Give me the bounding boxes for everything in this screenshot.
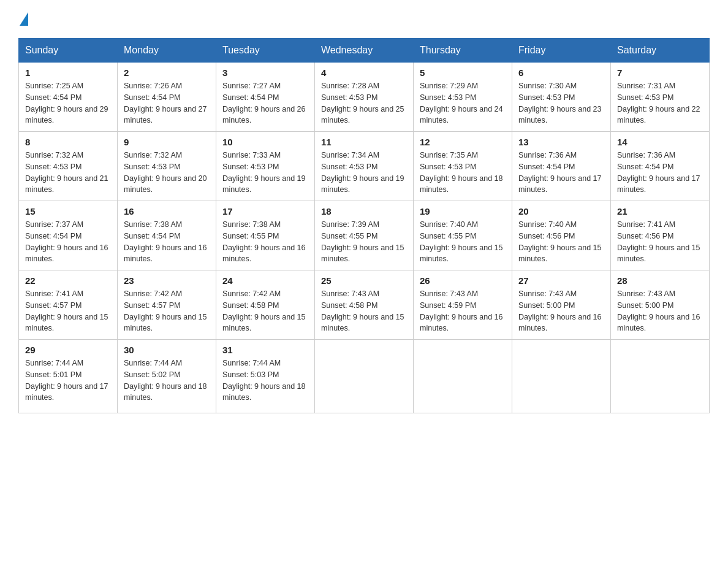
calendar-cell: 11 Sunrise: 7:34 AMSunset: 4:53 PMDaylig… <box>315 132 414 201</box>
day-number: 7 <box>617 67 703 78</box>
calendar-cell <box>315 340 414 413</box>
day-info: Sunrise: 7:30 AMSunset: 4:53 PMDaylight:… <box>518 80 604 126</box>
day-info: Sunrise: 7:44 AMSunset: 5:01 PMDaylight:… <box>25 358 111 404</box>
day-number: 20 <box>518 206 604 216</box>
day-info: Sunrise: 7:32 AMSunset: 4:53 PMDaylight:… <box>25 150 111 196</box>
day-number: 22 <box>25 275 111 286</box>
calendar-cell: 3 Sunrise: 7:27 AMSunset: 4:54 PMDayligh… <box>216 63 315 132</box>
day-number: 13 <box>518 137 604 147</box>
day-number: 15 <box>25 206 111 216</box>
calendar-cell: 23 Sunrise: 7:42 AMSunset: 4:57 PMDaylig… <box>118 270 216 340</box>
day-info: Sunrise: 7:34 AMSunset: 4:53 PMDaylight:… <box>321 150 407 196</box>
day-number: 11 <box>321 137 407 147</box>
day-number: 10 <box>222 137 308 147</box>
day-number: 2 <box>124 67 210 78</box>
day-info: Sunrise: 7:26 AMSunset: 4:54 PMDaylight:… <box>124 80 210 126</box>
day-number: 8 <box>25 137 111 147</box>
page-header <box>18 12 710 27</box>
day-info: Sunrise: 7:35 AMSunset: 4:53 PMDaylight:… <box>420 150 506 196</box>
calendar-header-row: SundayMondayTuesdayWednesdayThursdayFrid… <box>19 39 710 63</box>
day-info: Sunrise: 7:28 AMSunset: 4:53 PMDaylight:… <box>321 80 407 126</box>
day-info: Sunrise: 7:40 AMSunset: 4:55 PMDaylight:… <box>420 219 506 265</box>
day-info: Sunrise: 7:31 AMSunset: 4:53 PMDaylight:… <box>617 80 703 126</box>
day-info: Sunrise: 7:44 AMSunset: 5:03 PMDaylight:… <box>222 358 308 404</box>
day-info: Sunrise: 7:25 AMSunset: 4:54 PMDaylight:… <box>25 80 111 126</box>
day-number: 6 <box>518 67 604 78</box>
calendar-cell: 16 Sunrise: 7:38 AMSunset: 4:54 PMDaylig… <box>118 201 216 270</box>
day-info: Sunrise: 7:39 AMSunset: 4:55 PMDaylight:… <box>321 219 407 265</box>
day-info: Sunrise: 7:41 AMSunset: 4:56 PMDaylight:… <box>617 219 703 265</box>
logo-triangle-icon <box>20 12 28 26</box>
week-row-1: 1 Sunrise: 7:25 AMSunset: 4:54 PMDayligh… <box>19 63 710 132</box>
day-info: Sunrise: 7:43 AMSunset: 4:59 PMDaylight:… <box>420 288 506 334</box>
calendar-cell: 29 Sunrise: 7:44 AMSunset: 5:01 PMDaylig… <box>19 340 118 413</box>
calendar-cell: 5 Sunrise: 7:29 AMSunset: 4:53 PMDayligh… <box>414 63 512 132</box>
calendar-cell: 13 Sunrise: 7:36 AMSunset: 4:54 PMDaylig… <box>512 132 611 201</box>
day-number: 28 <box>617 275 703 286</box>
calendar-cell: 25 Sunrise: 7:43 AMSunset: 4:58 PMDaylig… <box>315 270 414 340</box>
day-info: Sunrise: 7:43 AMSunset: 5:00 PMDaylight:… <box>518 288 604 334</box>
calendar-cell: 6 Sunrise: 7:30 AMSunset: 4:53 PMDayligh… <box>512 63 611 132</box>
day-number: 25 <box>321 275 407 286</box>
calendar-cell: 28 Sunrise: 7:43 AMSunset: 5:00 PMDaylig… <box>611 270 710 340</box>
calendar-cell: 20 Sunrise: 7:40 AMSunset: 4:56 PMDaylig… <box>512 201 611 270</box>
week-row-5: 29 Sunrise: 7:44 AMSunset: 5:01 PMDaylig… <box>19 340 710 413</box>
day-number: 31 <box>222 345 308 355</box>
day-number: 17 <box>222 206 308 216</box>
day-info: Sunrise: 7:43 AMSunset: 4:58 PMDaylight:… <box>321 288 407 334</box>
column-header-thursday: Thursday <box>414 39 512 63</box>
day-number: 21 <box>617 206 703 216</box>
day-info: Sunrise: 7:40 AMSunset: 4:56 PMDaylight:… <box>518 219 604 265</box>
day-info: Sunrise: 7:33 AMSunset: 4:53 PMDaylight:… <box>222 150 308 196</box>
calendar-cell: 22 Sunrise: 7:41 AMSunset: 4:57 PMDaylig… <box>19 270 118 340</box>
day-number: 1 <box>25 67 111 78</box>
calendar-cell: 15 Sunrise: 7:37 AMSunset: 4:54 PMDaylig… <box>19 201 118 270</box>
calendar-cell <box>611 340 710 413</box>
day-number: 19 <box>420 206 506 216</box>
week-row-3: 15 Sunrise: 7:37 AMSunset: 4:54 PMDaylig… <box>19 201 710 270</box>
day-number: 4 <box>321 67 407 78</box>
day-info: Sunrise: 7:27 AMSunset: 4:54 PMDaylight:… <box>222 80 308 126</box>
logo <box>18 12 28 27</box>
calendar-cell: 18 Sunrise: 7:39 AMSunset: 4:55 PMDaylig… <box>315 201 414 270</box>
calendar-cell: 2 Sunrise: 7:26 AMSunset: 4:54 PMDayligh… <box>118 63 216 132</box>
day-number: 29 <box>25 345 111 355</box>
column-header-friday: Friday <box>512 39 611 63</box>
column-header-saturday: Saturday <box>611 39 710 63</box>
calendar-cell: 14 Sunrise: 7:36 AMSunset: 4:54 PMDaylig… <box>611 132 710 201</box>
week-row-4: 22 Sunrise: 7:41 AMSunset: 4:57 PMDaylig… <box>19 270 710 340</box>
week-row-2: 8 Sunrise: 7:32 AMSunset: 4:53 PMDayligh… <box>19 132 710 201</box>
day-number: 12 <box>420 137 506 147</box>
calendar-table: SundayMondayTuesdayWednesdayThursdayFrid… <box>18 38 710 413</box>
calendar-cell: 10 Sunrise: 7:33 AMSunset: 4:53 PMDaylig… <box>216 132 315 201</box>
day-info: Sunrise: 7:37 AMSunset: 4:54 PMDaylight:… <box>25 219 111 265</box>
column-header-tuesday: Tuesday <box>216 39 315 63</box>
day-info: Sunrise: 7:38 AMSunset: 4:55 PMDaylight:… <box>222 219 308 265</box>
day-number: 26 <box>420 275 506 286</box>
calendar-cell: 8 Sunrise: 7:32 AMSunset: 4:53 PMDayligh… <box>19 132 118 201</box>
calendar-cell: 27 Sunrise: 7:43 AMSunset: 5:00 PMDaylig… <box>512 270 611 340</box>
day-info: Sunrise: 7:29 AMSunset: 4:53 PMDaylight:… <box>420 80 506 126</box>
day-info: Sunrise: 7:44 AMSunset: 5:02 PMDaylight:… <box>124 358 210 404</box>
calendar-cell: 24 Sunrise: 7:42 AMSunset: 4:58 PMDaylig… <box>216 270 315 340</box>
day-info: Sunrise: 7:32 AMSunset: 4:53 PMDaylight:… <box>124 150 210 196</box>
day-number: 9 <box>124 137 210 147</box>
day-info: Sunrise: 7:38 AMSunset: 4:54 PMDaylight:… <box>124 219 210 265</box>
day-number: 23 <box>124 275 210 286</box>
day-info: Sunrise: 7:43 AMSunset: 5:00 PMDaylight:… <box>617 288 703 334</box>
column-header-monday: Monday <box>118 39 216 63</box>
day-info: Sunrise: 7:42 AMSunset: 4:58 PMDaylight:… <box>222 288 308 334</box>
day-number: 27 <box>518 275 604 286</box>
column-header-wednesday: Wednesday <box>315 39 414 63</box>
calendar-cell: 19 Sunrise: 7:40 AMSunset: 4:55 PMDaylig… <box>414 201 512 270</box>
calendar-cell <box>414 340 512 413</box>
calendar-cell: 4 Sunrise: 7:28 AMSunset: 4:53 PMDayligh… <box>315 63 414 132</box>
calendar-cell <box>512 340 611 413</box>
day-number: 24 <box>222 275 308 286</box>
calendar-cell: 12 Sunrise: 7:35 AMSunset: 4:53 PMDaylig… <box>414 132 512 201</box>
day-number: 5 <box>420 67 506 78</box>
calendar-cell: 1 Sunrise: 7:25 AMSunset: 4:54 PMDayligh… <box>19 63 118 132</box>
day-info: Sunrise: 7:41 AMSunset: 4:57 PMDaylight:… <box>25 288 111 334</box>
calendar-cell: 21 Sunrise: 7:41 AMSunset: 4:56 PMDaylig… <box>611 201 710 270</box>
day-number: 16 <box>124 206 210 216</box>
